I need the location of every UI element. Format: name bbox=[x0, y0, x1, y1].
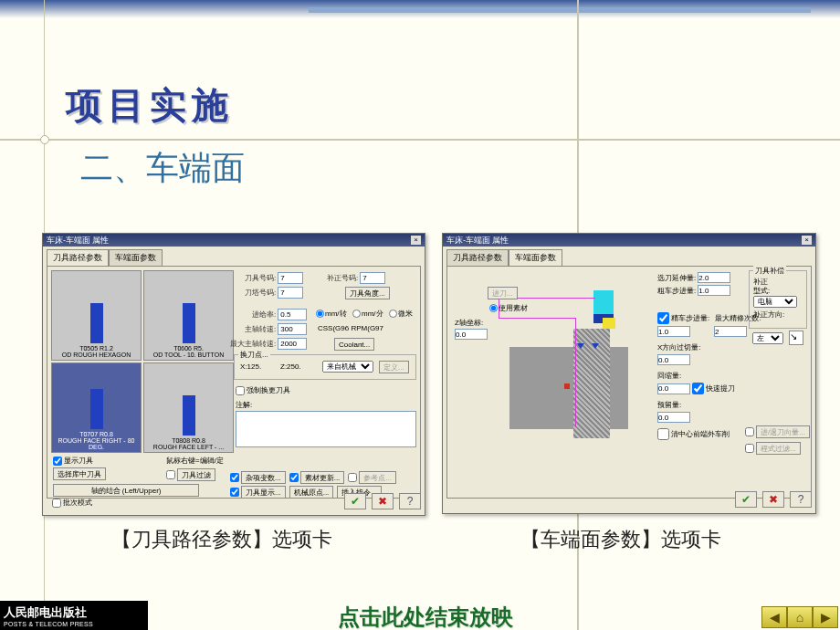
arrow-left-icon: ◀ bbox=[770, 610, 780, 625]
adaptive-ext-input[interactable] bbox=[698, 272, 730, 283]
help-button[interactable]: ? bbox=[399, 493, 421, 509]
tab-face-params[interactable]: 车端面参数 bbox=[109, 249, 163, 266]
stock-update-button[interactable]: 素材更新... bbox=[300, 471, 345, 484]
finish-step-input[interactable] bbox=[657, 326, 690, 337]
caption-right: 【车端面参数】选项卡 bbox=[520, 526, 721, 553]
feed-retract-vector-button: 进/退刀向量... bbox=[756, 425, 810, 438]
tool-filter-button[interactable]: 刀具过滤 bbox=[177, 468, 215, 481]
select-library-tool-button[interactable]: 选择库中刀具 bbox=[53, 467, 106, 480]
dialog-titlebar[interactable]: 车床-车端面 属性 × bbox=[43, 234, 425, 247]
program-filter-button: 程式过滤... bbox=[756, 442, 801, 455]
x-icon: ✖ bbox=[378, 495, 387, 508]
rapid-retract-checkbox[interactable] bbox=[692, 383, 704, 394]
tool-number-input[interactable] bbox=[278, 272, 303, 284]
station-number-input[interactable] bbox=[278, 287, 303, 299]
change-point-mode-select[interactable]: 来自机械 bbox=[322, 361, 373, 373]
note-label: 注解: bbox=[236, 400, 252, 410]
tool-item[interactable]: T0606 R5. OD TOOL - 10. BUTTON bbox=[143, 270, 234, 361]
checkmark-icon: ✔ bbox=[741, 493, 751, 506]
cancel-button[interactable]: ✖ bbox=[372, 493, 394, 509]
slide-subtitle: 二、车端面 bbox=[80, 146, 245, 191]
x-reserve-input[interactable] bbox=[657, 354, 690, 365]
comp-group-title: 刀具补偿 bbox=[753, 266, 786, 276]
max-finish-input[interactable] bbox=[714, 326, 747, 337]
ref-point-button: 参考点... bbox=[359, 471, 396, 484]
ok-button[interactable]: ✔ bbox=[344, 493, 366, 509]
x-icon: ✖ bbox=[769, 493, 778, 506]
caption-left: 【刀具路径参数】选项卡 bbox=[111, 526, 332, 553]
tool-item[interactable]: T0808 R0.8 ROUGH FACE LEFT - ... bbox=[143, 362, 234, 453]
comp-dir-icon: ↘ bbox=[789, 331, 803, 345]
tool-icon bbox=[90, 303, 103, 343]
end-slideshow-link[interactable]: 点击此处结束放映 bbox=[338, 603, 513, 630]
face-diagram: 进刀... 使用素材 Z轴坐标: bbox=[455, 274, 656, 475]
publisher-logo: 人民邮电出版社 POSTS & TELECOM PRESS bbox=[0, 601, 148, 630]
dialog-face-params: 车床-车端面 属性 × 刀具路径参数 车端面参数 进刀... 使用素材 bbox=[442, 233, 816, 514]
question-icon: ? bbox=[798, 493, 804, 506]
dialog-title: 车床-车端面 属性 bbox=[446, 235, 509, 247]
cancel-button[interactable]: ✖ bbox=[762, 491, 784, 508]
tab-tool-path[interactable]: 刀具路径参数 bbox=[446, 249, 509, 266]
nav-home-button[interactable]: ⌂ bbox=[787, 606, 813, 628]
tool-library-grid: T0505 R1.2 OD ROUGH HEXAGON T0606 R5. OD… bbox=[51, 270, 234, 453]
change-point-label: 换刀点... bbox=[238, 350, 270, 360]
close-icon[interactable]: × bbox=[411, 236, 421, 245]
help-button[interactable]: ? bbox=[790, 491, 812, 508]
home-icon: ⌂ bbox=[796, 610, 803, 625]
feed-unit-rev-radio[interactable] bbox=[316, 310, 324, 318]
spindle-speed-input[interactable] bbox=[278, 323, 307, 335]
z-coord-input[interactable] bbox=[455, 329, 488, 340]
force-change-checkbox[interactable]: 强制换更刀具 bbox=[236, 385, 290, 395]
retract-input[interactable] bbox=[657, 383, 690, 394]
css-rpm-label: CSS(G96 RPM(G97 bbox=[318, 324, 383, 332]
comp-type-select[interactable]: 电脑 bbox=[753, 296, 797, 308]
use-stock-radio[interactable] bbox=[489, 304, 498, 312]
reserve-input[interactable] bbox=[657, 412, 690, 423]
offset-number-input[interactable] bbox=[360, 272, 385, 284]
tool-item-selected[interactable]: T0707 R0.8 ROUGH FACE RIGHT - 80 DEG. bbox=[51, 362, 142, 453]
checkmark-icon: ✔ bbox=[351, 495, 360, 508]
rough-step-input[interactable] bbox=[698, 285, 730, 296]
z-coord-label: Z轴坐标: bbox=[455, 318, 483, 328]
ok-button[interactable]: ✔ bbox=[735, 491, 757, 508]
nav-next-button[interactable]: ▶ bbox=[813, 606, 838, 628]
comp-dir-select[interactable]: 左 bbox=[752, 332, 783, 344]
coolant-button[interactable]: Coolant... bbox=[334, 338, 374, 351]
dialog-tool-path-params: 车床-车端面 属性 × 刀具路径参数 车端面参数 T0505 R1.2 OD R… bbox=[42, 233, 425, 516]
max-spindle-input[interactable] bbox=[278, 338, 307, 350]
question-icon: ? bbox=[407, 495, 414, 508]
tool-icon bbox=[183, 303, 195, 343]
nav-prev-button[interactable]: ◀ bbox=[761, 606, 787, 628]
tool-icon bbox=[183, 395, 195, 436]
arrow-right-icon: ▶ bbox=[821, 610, 831, 625]
tab-face-params[interactable]: 车端面参数 bbox=[509, 249, 562, 266]
note-textarea[interactable] bbox=[236, 411, 416, 447]
feed-unit-micro-radio[interactable] bbox=[389, 310, 397, 318]
close-icon[interactable]: × bbox=[802, 236, 812, 245]
feed-rate-input[interactable] bbox=[278, 309, 307, 320]
tool-angle-button[interactable]: 刀具角度... bbox=[345, 287, 390, 299]
define-button: 定义... bbox=[379, 361, 409, 373]
dialog-titlebar[interactable]: 车床-车端面 属性 × bbox=[443, 234, 815, 247]
feed-unit-min-radio[interactable] bbox=[352, 310, 361, 318]
dialog-title: 车床-车端面 属性 bbox=[47, 235, 110, 247]
show-tool-checkbox[interactable]: 显示刀具 bbox=[53, 456, 93, 466]
tool-icon bbox=[90, 389, 103, 429]
mouse-hint-label: 鼠标右键=编辑/定 bbox=[166, 456, 224, 466]
tab-tool-path[interactable]: 刀具路径参数 bbox=[47, 249, 109, 266]
misc-vars-button[interactable]: 杂项变数... bbox=[241, 471, 286, 484]
finish-checkbox[interactable] bbox=[657, 312, 669, 324]
feed-button: 进刀... bbox=[488, 287, 518, 299]
tool-item[interactable]: T0505 R1.2 OD ROUGH HEXAGON bbox=[51, 270, 142, 361]
slide-title: 项目实施 bbox=[66, 80, 234, 131]
